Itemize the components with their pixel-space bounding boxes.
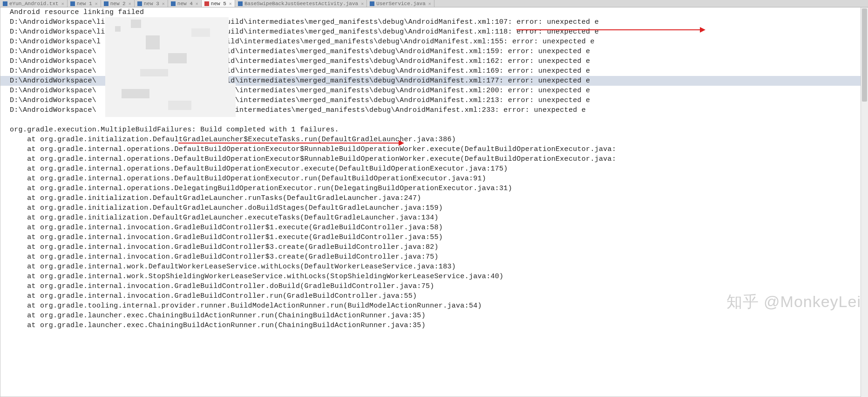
editor-line[interactable]: at org.gradle.internal.work.StopShieldin… [0, 272, 868, 281]
pixel-blur [168, 101, 191, 110]
editor-line[interactable]: Android resource linking failed [0, 7, 868, 17]
close-icon[interactable]: ✕ [196, 1, 198, 7]
tab-label: UserService.java [376, 1, 426, 7]
tab-new-2[interactable]: new 2✕ [101, 0, 135, 7]
tab-label: new 4 [177, 1, 193, 7]
tab-baseswipebackjustgeetestactivity-java[interactable]: BaseSwipeBackJustGeetestActivity.java✕ [235, 0, 367, 7]
pixel-blur [146, 35, 160, 49]
editor-line[interactable]: at org.gradle.internal.invocation.Gradle… [0, 242, 868, 252]
editor-line[interactable]: at org.gradle.launcher.exec.ChainingBuil… [0, 311, 868, 321]
tab-label: new 3 [144, 1, 159, 7]
editor-line[interactable]: at org.gradle.internal.operations.Defaul… [0, 144, 868, 154]
annotation-arrow-icon [516, 29, 701, 30]
close-icon[interactable]: ✕ [428, 1, 431, 7]
close-icon[interactable]: ✕ [162, 1, 165, 7]
editor-line[interactable]: at org.gradle.internal.operations.Delega… [0, 184, 868, 193]
pixel-blur [168, 53, 187, 63]
editor-line[interactable]: at org.gradle.internal.invocation.Gradle… [0, 291, 868, 301]
editor-line[interactable]: at org.gradle.internal.operations.Defaul… [0, 164, 868, 174]
editor-line[interactable]: at org.gradle.tooling.internal.provider.… [0, 301, 868, 311]
tab-new-4[interactable]: new 4✕ [168, 0, 202, 7]
editor-line[interactable]: at org.gradle.initialization.DefaultGrad… [0, 213, 868, 223]
redaction-mask [105, 83, 236, 117]
tab-label: new 1 [77, 1, 92, 7]
editor-line[interactable]: at org.gradle.internal.invocation.Gradle… [0, 252, 868, 262]
editor-line[interactable]: at org.gradle.internal.invocation.Gradle… [0, 281, 868, 291]
editor-line[interactable]: at org.gradle.internal.invocation.Gradle… [0, 233, 868, 242]
tab-label: BaseSwipeBackJustGeetestActivity.java [244, 1, 358, 7]
close-icon[interactable]: ✕ [229, 1, 232, 7]
editor-line[interactable]: at org.gradle.initialization.DefaultGrad… [0, 203, 868, 213]
close-icon[interactable]: ✕ [61, 1, 64, 7]
pixel-blur [115, 26, 121, 32]
tab-new-5[interactable]: new 5✕ [202, 0, 235, 7]
tab-label: eYun_Android.txt [9, 1, 59, 7]
editor-line[interactable]: org.gradle.execution.MultipleBuildFailur… [0, 125, 868, 135]
tab-label: new 5 [211, 1, 226, 7]
close-icon[interactable]: ✕ [95, 1, 98, 7]
close-icon[interactable]: ✕ [129, 1, 131, 7]
editor-line[interactable]: at org.gradle.internal.operations.Defaul… [0, 154, 868, 164]
tab-label: new 2 [110, 1, 126, 7]
editor-line[interactable]: at org.gradle.internal.invocation.Gradle… [0, 223, 868, 233]
pixel-blur [122, 89, 149, 98]
tab-userservice-java[interactable]: UserService.java✕ [367, 0, 434, 7]
tab-eyun-android-txt[interactable]: eYun_Android.txt✕ [0, 0, 68, 7]
pixel-blur [131, 20, 141, 28]
editor-line[interactable]: at org.gradle.internal.work.DefaultWorke… [0, 262, 868, 272]
editor-pane[interactable]: Android resource linking failedD:\Androi… [0, 7, 868, 397]
pixel-blur [140, 69, 168, 76]
pixel-blur [191, 28, 210, 37]
vertical-scrollbar[interactable] [861, 7, 868, 397]
editor-line[interactable]: at org.gradle.initialization.DefaultGrad… [0, 135, 868, 144]
editor-line[interactable]: at org.gradle.internal.operations.Defaul… [0, 174, 868, 184]
tab-new-3[interactable]: new 3✕ [135, 0, 168, 7]
tab-new-1[interactable]: new 1✕ [68, 0, 101, 7]
editor-line[interactable]: at org.gradle.initialization.DefaultGrad… [0, 193, 868, 203]
scrollbar-thumb[interactable] [862, 8, 867, 102]
annotation-arrow-icon [178, 143, 400, 144]
editor-line[interactable]: at org.gradle.launcher.exec.ChainingBuil… [0, 321, 868, 330]
close-icon[interactable]: ✕ [361, 1, 364, 7]
tab-bar: eYun_Android.txt✕new 1✕new 2✕new 3✕new 4… [0, 0, 868, 7]
